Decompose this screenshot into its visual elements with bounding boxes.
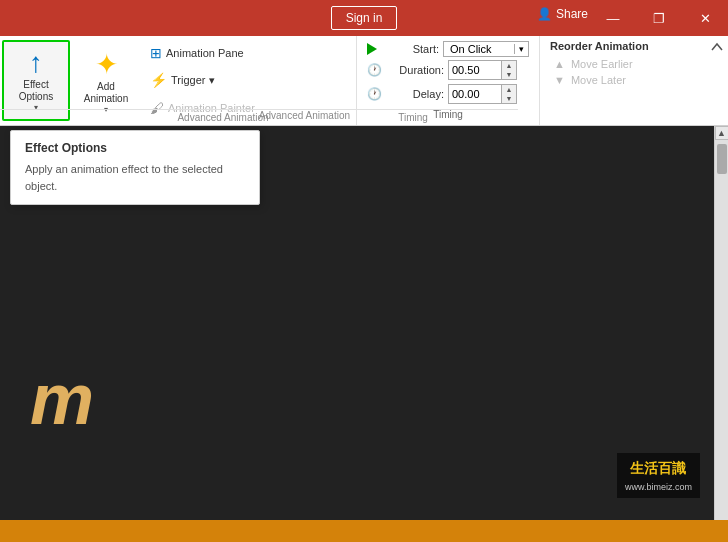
start-row: Start: On Click ▾: [367, 41, 529, 57]
move-later-label: Move Later: [571, 74, 626, 86]
move-earlier-button[interactable]: ▲ Move Earlier: [550, 56, 670, 72]
delay-icon: 🕐: [367, 87, 382, 101]
duration-input[interactable]: [449, 63, 501, 77]
section-bottom-labels: Advanced Animation Timing: [0, 109, 728, 125]
timing-section-bottom: Timing: [308, 109, 518, 125]
duration-down-button[interactable]: ▼: [502, 70, 516, 79]
bottom-bar: [0, 520, 728, 542]
watermark-line1: 生活百識: [625, 457, 692, 479]
scroll-up-button[interactable]: ▲: [715, 126, 729, 140]
move-later-button[interactable]: ▼ Move Later: [550, 72, 670, 88]
watermark: 生活百識 www.bimeiz.com: [617, 453, 700, 498]
minimize-button[interactable]: —: [590, 0, 636, 36]
move-earlier-label: Move Earlier: [571, 58, 633, 70]
add-animation-section-label: [70, 109, 138, 125]
tooltip-title: Effect Options: [25, 141, 245, 155]
play-icon: [367, 43, 377, 55]
delay-input[interactable]: [449, 87, 501, 101]
trigger-button[interactable]: ⚡ Trigger ▾: [146, 70, 259, 90]
move-earlier-icon: ▲: [554, 58, 565, 70]
duration-up-button[interactable]: ▲: [502, 61, 516, 70]
effect-options-section-label: [0, 109, 70, 125]
delay-row: 🕐 Delay: ▲ ▼: [367, 84, 529, 104]
share-button[interactable]: 👤 Share: [537, 7, 588, 21]
add-animation-label: AddAnimation: [84, 81, 128, 105]
duration-input-group: ▲ ▼: [448, 60, 517, 80]
delay-label: Delay:: [386, 88, 444, 100]
delay-up-button[interactable]: ▲: [502, 85, 516, 94]
tooltip-description: Apply an animation effect to the selecte…: [25, 161, 245, 194]
close-button[interactable]: ✕: [682, 0, 728, 36]
duration-spinners: ▲ ▼: [501, 61, 516, 79]
delay-down-button[interactable]: ▼: [502, 94, 516, 103]
start-value: On Click: [444, 42, 514, 56]
animation-pane-button[interactable]: ⊞ Animation Pane: [146, 43, 259, 63]
add-animation-icon: ✦: [95, 48, 118, 81]
duration-row: 🕐 Duration: ▲ ▼: [367, 60, 529, 80]
effect-options-icon: ↑: [29, 49, 43, 77]
window-controls: — ❐ ✕: [590, 0, 728, 36]
duration-icon: 🕐: [367, 63, 382, 77]
delay-input-group: ▲ ▼: [448, 84, 517, 104]
start-dropdown[interactable]: On Click ▾: [443, 41, 529, 57]
vertical-scrollbar[interactable]: ▲: [714, 126, 728, 520]
slide-letter: m: [30, 358, 94, 440]
effect-options-tooltip: Effect Options Apply an animation effect…: [10, 130, 260, 205]
effect-options-label: EffectOptions: [19, 79, 53, 103]
duration-label: Duration:: [386, 64, 444, 76]
ribbon: ↑ EffectOptions ▾ ✦ AddAnimation ▾ ⊞ Ani…: [0, 36, 728, 126]
animation-pane-icon: ⊞: [150, 45, 162, 61]
share-icon: 👤: [537, 7, 552, 21]
maximize-button[interactable]: ❐: [636, 0, 682, 36]
collapse-ribbon-button[interactable]: [710, 40, 724, 56]
title-bar: Sign in 👤 Share — ❐ ✕: [0, 0, 728, 36]
watermark-line2: www.bimeiz.com: [625, 480, 692, 494]
sign-in-button[interactable]: Sign in: [331, 6, 398, 30]
delay-spinners: ▲ ▼: [501, 85, 516, 103]
scroll-thumb[interactable]: [717, 144, 727, 174]
trigger-icon: ⚡: [150, 72, 167, 88]
advanced-animation-section-bottom: Advanced Animation: [138, 109, 308, 125]
move-later-icon: ▼: [554, 74, 565, 86]
reorder-title: Reorder Animation: [550, 40, 670, 52]
start-dropdown-arrow[interactable]: ▾: [514, 44, 528, 54]
start-label: Start:: [381, 43, 439, 55]
